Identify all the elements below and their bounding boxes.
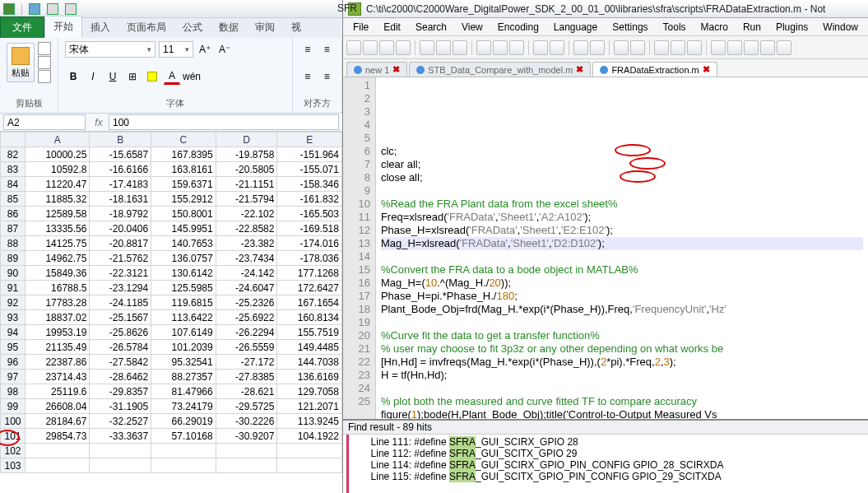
table-row[interactable]: 8814125.75-20.8817140.7653-23.382-174.01… bbox=[1, 236, 342, 251]
code-line[interactable]: % user may choose to fit 3p3z or any oth… bbox=[381, 342, 863, 356]
menu-macro[interactable]: Macro bbox=[694, 20, 735, 35]
cell[interactable]: 21135.49 bbox=[26, 340, 90, 355]
code-line[interactable]: Plant_Bode_Obj=frd(Mag_H.*exp(i*(Phase_H… bbox=[381, 303, 863, 316]
menu-encoding[interactable]: Encoding bbox=[491, 20, 545, 35]
cell[interactable] bbox=[90, 444, 151, 458]
cell[interactable]: -32.2527 bbox=[90, 414, 151, 429]
cell[interactable]: 95.32541 bbox=[151, 355, 216, 370]
cell[interactable]: -26.2294 bbox=[216, 325, 277, 340]
cell[interactable]: 26608.04 bbox=[26, 399, 90, 414]
fx-label[interactable]: fx bbox=[89, 114, 109, 131]
cell[interactable]: 121.2071 bbox=[277, 399, 341, 414]
cell[interactable]: 23714.43 bbox=[26, 370, 90, 384]
tool-wrap-icon[interactable] bbox=[654, 40, 669, 55]
menu-tools[interactable]: Tools bbox=[657, 20, 693, 35]
row-header-95[interactable]: 95 bbox=[1, 340, 26, 355]
cell[interactable]: -28.621 bbox=[216, 384, 277, 399]
ribbon-tab-view[interactable]: 视 bbox=[283, 17, 309, 38]
tool-redo-icon[interactable] bbox=[550, 40, 564, 55]
cell[interactable]: 140.7653 bbox=[151, 236, 216, 251]
tool-save-icon[interactable] bbox=[379, 40, 394, 55]
code-editor[interactable]: 1234567891011121314151617181920212223242… bbox=[343, 77, 868, 419]
cell[interactable]: 10000.25 bbox=[26, 147, 90, 162]
code-line[interactable]: close all; bbox=[381, 171, 863, 184]
editor-tab[interactable]: FRADataExtraction.m✖ bbox=[592, 62, 717, 77]
cell[interactable] bbox=[26, 444, 90, 458]
code-line[interactable]: [Hn,Hd] = invfreqs(Mag_H.*exp(i*(Phase_H… bbox=[381, 356, 863, 369]
fill-color-button[interactable] bbox=[144, 68, 160, 85]
cell[interactable]: 10592.8 bbox=[26, 162, 90, 177]
cell[interactable]: 81.47966 bbox=[151, 384, 216, 399]
table-row[interactable]: 9521135.49-26.5784101.2039-26.5559149.44… bbox=[1, 340, 342, 355]
tool-find-icon[interactable] bbox=[573, 40, 588, 55]
tab-close-icon[interactable]: ✖ bbox=[392, 64, 400, 75]
cell[interactable]: -22.8582 bbox=[216, 221, 277, 236]
cell[interactable]: -24.142 bbox=[216, 266, 277, 281]
shrink-font-button[interactable]: A⁻ bbox=[216, 41, 233, 58]
cell[interactable]: 107.6149 bbox=[151, 325, 216, 340]
cell[interactable] bbox=[151, 458, 216, 473]
row-header-94[interactable]: 94 bbox=[1, 325, 26, 340]
row-header-89[interactable]: 89 bbox=[1, 251, 26, 266]
menu-window[interactable]: Window bbox=[816, 20, 865, 35]
cell[interactable]: -21.5794 bbox=[216, 192, 277, 207]
code-line[interactable] bbox=[381, 250, 863, 263]
table-row[interactable]: 9419953.19-25.8626107.6149-26.2294155.75… bbox=[1, 325, 342, 340]
cell[interactable]: -18.9792 bbox=[90, 207, 151, 221]
tool-saveall-icon[interactable] bbox=[396, 40, 411, 55]
cell[interactable] bbox=[26, 458, 90, 473]
menu-settings[interactable]: Settings bbox=[606, 20, 654, 35]
row-header-92[interactable]: 92 bbox=[1, 295, 26, 310]
find-result-line[interactable]: Line 111: #define SFRA_GUI_SCIRX_GPIO 28 bbox=[365, 436, 865, 448]
cell[interactable]: -27.8385 bbox=[216, 370, 277, 384]
code-line[interactable]: Freq=xlsread('FRAData','Sheet1','A2:A102… bbox=[381, 211, 863, 224]
cell[interactable]: -22.3121 bbox=[90, 266, 151, 281]
formula-bar[interactable]: 100 bbox=[109, 114, 339, 130]
cell[interactable]: -16.6166 bbox=[90, 162, 151, 177]
align-left-button[interactable]: ≡ bbox=[299, 68, 316, 85]
cell[interactable]: 11220.47 bbox=[26, 177, 90, 192]
menu-run[interactable]: Run bbox=[736, 20, 768, 35]
cell[interactable]: 119.6815 bbox=[151, 295, 216, 310]
cell[interactable]: 155.2912 bbox=[151, 192, 216, 207]
tool-zoomin-icon[interactable] bbox=[614, 40, 629, 55]
ribbon-tab-layout[interactable]: 页面布局 bbox=[118, 17, 174, 38]
col-header-E[interactable]: E bbox=[277, 133, 341, 147]
code-line[interactable]: H = tf(Hn,Hd); bbox=[381, 369, 863, 382]
row-header-91[interactable]: 91 bbox=[1, 281, 26, 295]
cell[interactable]: 88.27357 bbox=[151, 370, 216, 384]
tool-open-icon[interactable] bbox=[363, 40, 378, 55]
table-row[interactable]: 8914962.75-21.5762136.0757-23.7434-178.0… bbox=[1, 251, 342, 266]
cell[interactable] bbox=[151, 444, 216, 458]
cell[interactable]: 104.1922 bbox=[277, 429, 341, 444]
cell[interactable]: 113.9245 bbox=[277, 414, 341, 429]
tool-zoomout-icon[interactable] bbox=[630, 40, 645, 55]
cell[interactable]: 19953.19 bbox=[26, 325, 90, 340]
cell[interactable]: -29.5725 bbox=[216, 399, 277, 414]
cell[interactable]: -21.1151 bbox=[216, 177, 277, 192]
row-header-100[interactable]: 100 bbox=[1, 414, 26, 429]
table-row[interactable]: 9116788.5-23.1294125.5985-24.6047172.642… bbox=[1, 281, 342, 295]
cell[interactable]: -26.5559 bbox=[216, 340, 277, 355]
cell[interactable]: -21.5762 bbox=[90, 251, 151, 266]
cell[interactable]: 130.6142 bbox=[151, 266, 216, 281]
qat-save-icon[interactable] bbox=[29, 3, 40, 15]
cell[interactable]: 149.4485 bbox=[277, 340, 341, 355]
find-result-line[interactable]: Line 114: #define SFRA_GUI_SCIRX_GPIO_PI… bbox=[365, 459, 865, 471]
qat-undo-icon[interactable] bbox=[47, 3, 58, 15]
tool-copy-icon[interactable] bbox=[493, 40, 508, 55]
cell[interactable]: 29854.73 bbox=[26, 429, 90, 444]
tool-close-icon[interactable] bbox=[420, 40, 434, 55]
find-result-line[interactable]: Line 112: #define SFRA_GUI_SCITX_GPIO 29 bbox=[365, 448, 865, 459]
font-name-combo[interactable]: 宋体 bbox=[65, 41, 155, 58]
code-line[interactable]: figure(1);bode(H,Plant_Bode_Obj);title('… bbox=[381, 408, 863, 419]
ribbon-tab-review[interactable]: 审阅 bbox=[247, 17, 283, 38]
tab-close-icon[interactable]: ✖ bbox=[576, 64, 583, 75]
tool-undo-icon[interactable] bbox=[533, 40, 548, 55]
tool-new-icon[interactable] bbox=[346, 40, 361, 55]
cell[interactable]: -33.3637 bbox=[90, 429, 151, 444]
cell[interactable] bbox=[277, 458, 341, 473]
tool-macro-save-icon[interactable] bbox=[777, 40, 791, 55]
cell[interactable]: 57.10168 bbox=[151, 429, 216, 444]
code-line[interactable]: %Curve fit the data to get a transfer fu… bbox=[381, 329, 863, 342]
